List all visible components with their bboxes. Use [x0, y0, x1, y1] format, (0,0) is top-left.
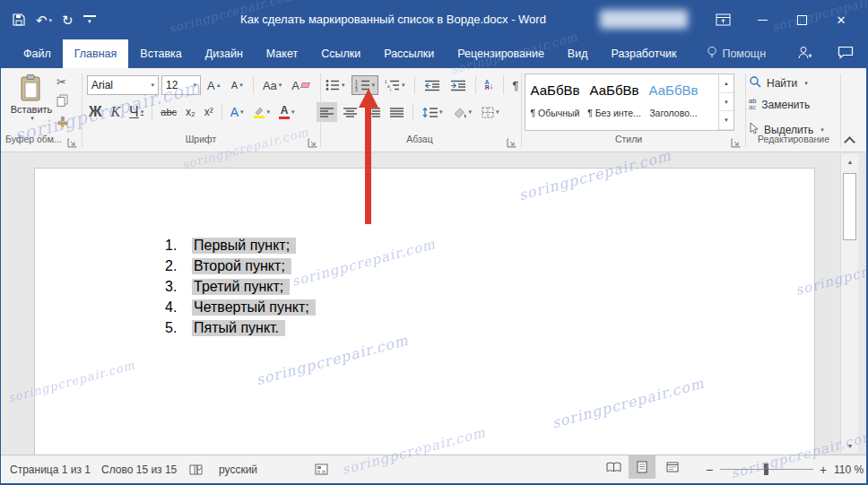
tab-mailings[interactable]: Рассылки [372, 39, 446, 68]
bullets-button[interactable]: ▾ [322, 75, 349, 95]
style-normal[interactable]: АаБбВв ¶ Обычный [525, 74, 585, 130]
replace-button[interactable]: abac Заменить [749, 99, 810, 111]
change-case-button[interactable]: Aa▾ [259, 75, 285, 95]
copy-icon[interactable] [56, 94, 69, 110]
read-mode-view-button[interactable] [600, 455, 627, 479]
customize-qat-icon[interactable]: ▾ [83, 15, 96, 25]
chevron-down-icon[interactable]: ▾ [439, 108, 443, 116]
bold-button[interactable]: Ж [85, 102, 105, 122]
increase-indent-button[interactable] [447, 75, 470, 95]
paste-dropdown-icon[interactable]: ▾ [30, 115, 34, 122]
show-paragraph-marks-button[interactable]: ¶ [509, 75, 523, 95]
styles-scroll-down-icon[interactable]: ▼ [719, 93, 733, 112]
list-item[interactable]: 2.Второй пункт; [165, 255, 316, 276]
save-icon[interactable] [12, 13, 26, 27]
page-count-status[interactable]: Страница 1 из 1 [10, 455, 91, 483]
line-spacing-button[interactable]: ▾ [419, 102, 447, 122]
chevron-down-icon[interactable]: ▾ [291, 108, 295, 116]
align-left-button[interactable] [317, 102, 337, 122]
sort-button[interactable]: АЯ↓ [482, 75, 498, 95]
highlight-color-button[interactable]: ▾ [249, 102, 274, 122]
borders-button[interactable]: ▾ [478, 102, 503, 122]
zoom-in-button[interactable]: + [820, 455, 827, 483]
subscript-button[interactable]: x₂ [182, 102, 199, 122]
format-painter-icon[interactable] [56, 116, 69, 132]
minimize-button[interactable] [742, 0, 782, 39]
zoom-level[interactable]: 110 % [834, 455, 864, 483]
style-no-spacing[interactable]: АаБбВв ¶ Без инте... [585, 74, 644, 130]
list-item[interactable]: 5.Пятый пункт. [165, 317, 316, 338]
undo-dropdown-icon[interactable]: ▾ [49, 17, 53, 23]
chevron-down-icon[interactable]: ▾ [804, 80, 808, 87]
decrease-indent-button[interactable] [421, 75, 444, 95]
font-color-button[interactable]: А ▾ [275, 102, 299, 122]
clipboard-dialog-launcher-icon[interactable] [67, 135, 77, 152]
find-button[interactable]: Найти ▾ [749, 75, 808, 91]
align-center-button[interactable] [340, 102, 360, 122]
tab-developer[interactable]: Разработчик [599, 39, 688, 68]
shading-button[interactable]: ▾ [449, 102, 476, 122]
close-button[interactable]: ✕ [821, 0, 861, 39]
tab-file[interactable]: Файл [12, 39, 63, 68]
chevron-down-icon[interactable]: ▾ [820, 126, 824, 134]
tab-references[interactable]: Ссылки [309, 39, 372, 68]
cut-icon[interactable]: ✂ [56, 75, 69, 89]
styles-scroll-up-icon[interactable]: ▲ [719, 74, 733, 93]
maximize-button[interactable] [782, 0, 821, 39]
font-size-combobox[interactable]: 12▾ [161, 75, 201, 95]
redo-button[interactable]: ↻ [62, 13, 74, 27]
style-heading1[interactable]: АаБбВв Заголово... [644, 74, 703, 130]
chevron-down-icon[interactable]: ▾ [342, 82, 345, 89]
underline-button[interactable]: Ч▾ [126, 102, 147, 122]
word-count-status[interactable]: Слово 15 из 15 [101, 455, 177, 483]
comments-icon[interactable] [838, 46, 854, 62]
chevron-down-icon[interactable]: ▾ [372, 82, 376, 89]
grow-font-button[interactable]: А▲ [204, 75, 225, 95]
zoom-slider-thumb[interactable] [764, 463, 768, 475]
chevron-down-icon[interactable]: ▾ [402, 82, 405, 89]
document-page[interactable]: 1.Первый пункт; 2.Второй пункт; 3.Третий… [34, 168, 815, 455]
list-item[interactable]: 3.Третий пункт; [165, 276, 316, 297]
macro-record-icon[interactable] [315, 455, 328, 483]
web-layout-view-button[interactable] [659, 455, 686, 479]
tab-design[interactable]: Дизайн [194, 39, 255, 68]
chevron-down-icon[interactable]: ▾ [267, 108, 271, 116]
tab-home[interactable]: Главная [63, 39, 129, 68]
italic-button[interactable]: К [107, 102, 124, 122]
justify-button[interactable] [386, 102, 407, 122]
styles-more-icon[interactable]: ▼ [719, 111, 733, 130]
tab-review[interactable]: Рецензирование [446, 39, 556, 68]
collapse-ribbon-icon[interactable] [844, 136, 855, 148]
chevron-down-icon[interactable]: ▾ [469, 108, 473, 116]
font-name-combobox[interactable]: Arial▾ [87, 75, 159, 95]
vertical-scrollbar[interactable]: ▲ ▼ [840, 154, 858, 453]
undo-button[interactable]: ↶▾ [36, 13, 52, 27]
zoom-out-button[interactable]: − [706, 455, 713, 483]
tab-tell-me[interactable]: Помощн [695, 39, 777, 68]
multilevel-list-button[interactable]: 1ai▾ [381, 75, 409, 95]
shrink-font-button[interactable]: А▼ [228, 75, 247, 95]
styles-dialog-launcher-icon[interactable] [731, 135, 741, 152]
font-dialog-launcher-icon[interactable] [308, 135, 317, 152]
scroll-down-icon[interactable]: ▼ [841, 438, 859, 453]
clear-formatting-button[interactable]: А [288, 75, 313, 95]
tab-view[interactable]: Вид [556, 39, 600, 68]
scrollbar-thumb[interactable] [843, 173, 856, 240]
ribbon-display-options-button[interactable] [703, 0, 742, 39]
text-effects-button[interactable]: А▾ [227, 102, 247, 122]
list-item[interactable]: 1.Первый пункт; [165, 235, 316, 255]
list-item[interactable]: 4.Четвертый пункт; [165, 297, 316, 317]
strikethrough-button[interactable]: abc [157, 102, 180, 122]
sign-in-person-icon[interactable] [797, 46, 812, 63]
scroll-up-icon[interactable]: ▲ [841, 154, 859, 169]
tab-insert[interactable]: Вставка [128, 39, 193, 68]
paragraph-dialog-launcher-icon[interactable] [507, 135, 516, 152]
proofing-status-icon[interactable] [189, 455, 203, 483]
language-status[interactable]: русский [219, 455, 257, 483]
chevron-down-icon[interactable]: ▾ [141, 108, 144, 116]
tab-layout[interactable]: Макет [255, 39, 309, 68]
print-layout-view-button[interactable] [629, 455, 655, 479]
paste-button[interactable]: Вставить ▾ [8, 74, 55, 131]
chevron-down-icon[interactable]: ▾ [496, 108, 499, 116]
chevron-down-icon[interactable]: ▾ [240, 108, 244, 116]
